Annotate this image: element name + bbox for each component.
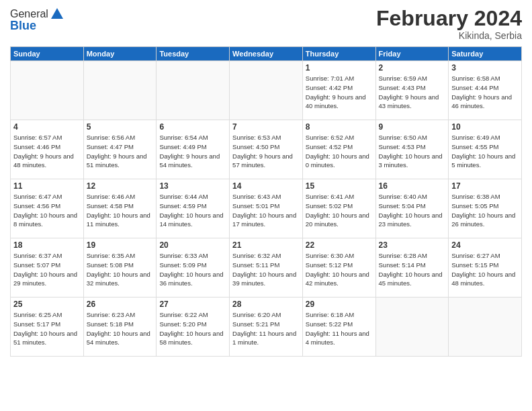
calendar-cell-w2-d1: 4Sunrise: 6:57 AMSunset: 4:46 PMDaylight… [11,120,84,179]
sunset-text: Sunset: 4:56 PM [13,202,60,210]
daylight-text: Daylight: 10 hours and 51 minutes. [13,330,77,347]
sunset-text: Sunset: 4:46 PM [13,143,60,150]
daylight-text: Daylight: 10 hours and 8 minutes. [13,212,77,228]
calendar-table: Sunday Monday Tuesday Wednesday Thursday… [10,46,522,357]
header-monday: Monday [83,47,157,61]
calendar-cell-w1-d4 [230,61,303,120]
daylight-text: Daylight: 10 hours and 23 minutes. [379,212,443,228]
calendar-cell-w2-d6: 9Sunrise: 6:50 AMSunset: 4:53 PMDaylight… [375,120,449,179]
day-number: 8 [306,122,373,132]
calendar-cell-w5-d2: 26Sunrise: 6:23 AMSunset: 5:18 PMDayligh… [83,298,157,357]
day-number: 15 [306,181,373,191]
calendar-cell-w5-d4: 28Sunrise: 6:20 AMSunset: 5:21 PMDayligh… [230,298,303,357]
location: Kikinda, Serbia [376,30,522,41]
daylight-text: Daylight: 10 hours and 48 minutes. [451,271,515,287]
sunrise-text: Sunrise: 6:20 AM [232,311,281,318]
day-number: 18 [13,240,81,250]
week-row-5: 25Sunrise: 6:25 AMSunset: 5:17 PMDayligh… [11,298,522,357]
sunrise-text: Sunrise: 6:47 AM [13,193,62,200]
svg-marker-0 [51,8,63,19]
calendar-cell-w2-d2: 5Sunrise: 6:56 AMSunset: 4:47 PMDaylight… [83,120,157,179]
sunrise-text: Sunrise: 6:41 AM [306,193,354,200]
sunset-text: Sunset: 4:50 PM [232,143,279,150]
sunrise-text: Sunrise: 6:35 AM [87,252,135,259]
day-detail: Sunrise: 6:22 AMSunset: 5:20 PMDaylight:… [159,310,226,347]
day-number: 9 [379,122,446,132]
calendar-cell-w5-d7 [449,298,522,357]
month-year: February 2024 [376,7,522,30]
day-number: 22 [306,240,373,250]
day-number: 16 [379,181,446,191]
sunrise-text: Sunrise: 6:18 AM [306,311,354,318]
calendar-cell-w3-d6: 16Sunrise: 6:40 AMSunset: 5:04 PMDayligh… [375,179,449,238]
day-number: 24 [451,240,519,250]
header-sunday: Sunday [11,47,84,61]
calendar-cell-w5-d1: 25Sunrise: 6:25 AMSunset: 5:17 PMDayligh… [11,298,84,357]
sunrise-text: Sunrise: 6:57 AM [13,134,62,141]
sunrise-text: Sunrise: 6:44 AM [159,193,208,200]
calendar-cell-w4-d4: 21Sunrise: 6:32 AMSunset: 5:11 PMDayligh… [230,238,303,298]
day-detail: Sunrise: 6:27 AMSunset: 5:15 PMDaylight:… [451,251,519,288]
calendar-cell-w4-d6: 23Sunrise: 6:28 AMSunset: 5:14 PMDayligh… [375,238,449,298]
day-number: 1 [306,63,373,73]
sunrise-text: Sunrise: 6:27 AM [451,252,500,259]
calendar-cell-w1-d7: 3Sunrise: 6:58 AMSunset: 4:44 PMDaylight… [449,61,522,120]
day-number: 7 [232,122,300,132]
sunset-text: Sunset: 5:09 PM [159,261,206,269]
day-detail: Sunrise: 6:57 AMSunset: 4:46 PMDaylight:… [13,133,81,170]
calendar-cell-w3-d7: 17Sunrise: 6:38 AMSunset: 5:05 PMDayligh… [449,179,522,238]
day-number: 3 [451,63,519,73]
daylight-text: Daylight: 10 hours and 0 minutes. [306,152,369,169]
daylight-text: Daylight: 10 hours and 26 minutes. [451,212,515,228]
sunrise-text: Sunrise: 6:22 AM [159,311,208,318]
daylight-text: Daylight: 10 hours and 45 minutes. [379,271,443,287]
sunrise-text: Sunrise: 6:43 AM [232,193,281,200]
sunset-text: Sunset: 4:58 PM [87,202,134,210]
day-number: 5 [87,122,154,132]
header-tuesday: Tuesday [157,47,230,61]
calendar-cell-w3-d5: 15Sunrise: 6:41 AMSunset: 5:02 PMDayligh… [302,179,375,238]
day-number: 19 [87,240,154,250]
day-detail: Sunrise: 6:35 AMSunset: 5:08 PMDaylight:… [87,251,154,288]
sunset-text: Sunset: 5:05 PM [451,202,498,210]
calendar-cell-w2-d7: 10Sunrise: 6:49 AMSunset: 4:55 PMDayligh… [449,120,522,179]
logo-icon [50,7,64,21]
calendar-header-row: Sunday Monday Tuesday Wednesday Thursday… [11,47,522,61]
day-detail: Sunrise: 6:37 AMSunset: 5:07 PMDaylight:… [13,251,81,288]
sunset-text: Sunset: 5:11 PM [232,261,279,269]
sunset-text: Sunset: 5:08 PM [87,261,134,269]
calendar-cell-w5-d6 [375,298,449,357]
day-number: 25 [13,300,81,309]
day-number: 21 [232,240,300,250]
header: General Blue February 2024 Kikinda, Serb… [10,7,522,41]
daylight-text: Daylight: 10 hours and 20 minutes. [306,212,369,228]
day-detail: Sunrise: 6:28 AMSunset: 5:14 PMDaylight:… [379,251,446,288]
daylight-text: Daylight: 10 hours and 42 minutes. [306,271,369,287]
calendar-page: General Blue February 2024 Kikinda, Serb… [0,0,532,411]
daylight-text: Daylight: 10 hours and 54 minutes. [87,330,150,347]
day-number: 29 [306,300,373,309]
header-thursday: Thursday [302,47,375,61]
calendar-cell-w4-d3: 20Sunrise: 6:33 AMSunset: 5:09 PMDayligh… [157,238,230,298]
daylight-text: Daylight: 9 hours and 43 minutes. [379,93,439,110]
calendar-cell-w3-d4: 14Sunrise: 6:43 AMSunset: 5:01 PMDayligh… [230,179,303,238]
sunset-text: Sunset: 4:52 PM [306,143,353,150]
week-row-2: 4Sunrise: 6:57 AMSunset: 4:46 PMDaylight… [11,120,522,179]
day-detail: Sunrise: 6:43 AMSunset: 5:01 PMDaylight:… [232,192,300,229]
calendar-cell-w2-d3: 6Sunrise: 6:54 AMSunset: 4:49 PMDaylight… [157,120,230,179]
day-detail: Sunrise: 6:46 AMSunset: 4:58 PMDaylight:… [87,192,154,229]
sunset-text: Sunset: 5:21 PM [232,320,279,328]
daylight-text: Daylight: 10 hours and 17 minutes. [232,212,296,228]
day-number: 2 [379,63,446,73]
day-detail: Sunrise: 6:44 AMSunset: 4:59 PMDaylight:… [159,192,226,229]
calendar-cell-w4-d7: 24Sunrise: 6:27 AMSunset: 5:15 PMDayligh… [449,238,522,298]
daylight-text: Daylight: 10 hours and 29 minutes. [13,271,77,287]
calendar-cell-w4-d1: 18Sunrise: 6:37 AMSunset: 5:07 PMDayligh… [11,238,84,298]
day-detail: Sunrise: 6:52 AMSunset: 4:52 PMDaylight:… [306,133,373,170]
header-friday: Friday [375,47,449,61]
day-detail: Sunrise: 6:38 AMSunset: 5:05 PMDaylight:… [451,192,519,229]
daylight-text: Daylight: 10 hours and 32 minutes. [87,271,150,287]
calendar-cell-w1-d6: 2Sunrise: 6:59 AMSunset: 4:43 PMDaylight… [375,61,449,120]
day-detail: Sunrise: 6:47 AMSunset: 4:56 PMDaylight:… [13,192,81,229]
calendar-cell-w4-d5: 22Sunrise: 6:30 AMSunset: 5:12 PMDayligh… [302,238,375,298]
